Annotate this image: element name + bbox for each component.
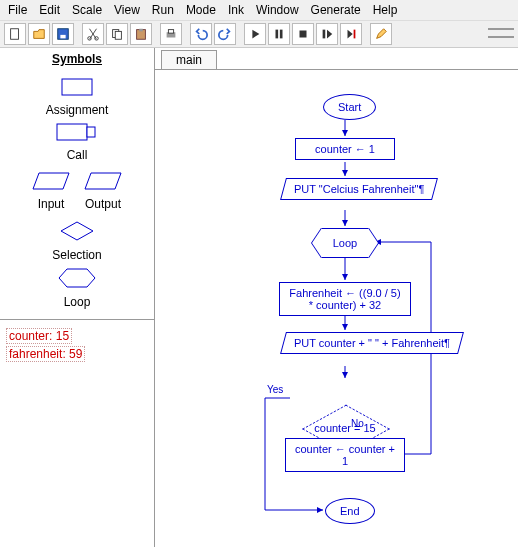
node-init[interactable]: counter ← 1 [295,138,395,160]
svg-marker-20 [85,173,121,189]
cut-icon[interactable] [82,23,104,45]
print-icon[interactable] [160,23,182,45]
menu-edit[interactable]: Edit [39,3,60,17]
svg-rect-2 [60,35,65,39]
flowchart-canvas[interactable]: Start counter ← 1 PUT "Celcius Fahrenhei… [155,70,518,547]
symbol-loop[interactable]: Loop [0,266,154,309]
menu-window[interactable]: Window [256,3,299,17]
pen-icon[interactable] [370,23,392,45]
svg-point-4 [95,37,99,41]
open-icon[interactable] [28,23,50,45]
svg-rect-14 [323,30,326,39]
node-loop[interactable]: Loop [321,228,369,258]
stop-icon[interactable] [292,23,314,45]
svg-marker-22 [59,269,95,287]
tab-bar: main [155,48,518,70]
svg-rect-10 [168,30,173,34]
variable-row: fahrenheit: 59 [6,346,148,362]
menu-view[interactable]: View [114,3,140,17]
step-icon[interactable] [316,23,338,45]
toolbar-grip-icon [488,28,514,38]
svg-rect-18 [87,127,95,137]
menu-ink[interactable]: Ink [228,3,244,17]
copy-icon[interactable] [106,23,128,45]
svg-rect-6 [115,31,121,39]
symbol-call-label: Call [0,148,154,162]
menu-run[interactable]: Run [152,3,174,17]
node-put1[interactable]: PUT "Celcius Fahrenheit"¶ [280,178,438,200]
play-icon[interactable] [244,23,266,45]
variables-panel: counter: 15 fahrenheit: 59 [0,320,154,370]
svg-marker-19 [33,173,69,189]
svg-rect-15 [354,30,356,39]
symbol-call[interactable]: Call [0,121,154,162]
left-panel: Symbols Assignment Call Input Output [0,48,155,547]
undo-icon[interactable] [190,23,212,45]
symbol-assignment[interactable]: Assignment [0,76,154,117]
redo-icon[interactable] [214,23,236,45]
node-calc[interactable]: Fahrenheit ← ((9.0 / 5) * counter) + 32 [279,282,411,316]
menu-generate[interactable]: Generate [311,3,361,17]
tab-main[interactable]: main [161,50,217,69]
label-yes: Yes [267,384,283,395]
new-icon[interactable] [4,23,26,45]
symbol-output[interactable]: Output [81,170,125,211]
menu-file[interactable]: File [8,3,27,17]
svg-rect-13 [300,31,307,38]
step-into-icon[interactable] [340,23,362,45]
symbol-input[interactable]: Input [29,170,73,211]
menu-scale[interactable]: Scale [72,3,102,17]
pause-icon[interactable] [268,23,290,45]
symbols-title: Symbols [52,52,102,66]
svg-rect-11 [276,30,279,39]
symbol-selection[interactable]: Selection [0,219,154,262]
symbol-assignment-label: Assignment [0,103,154,117]
node-increment[interactable]: counter ← counter + 1 [285,438,405,472]
svg-rect-16 [62,79,92,95]
menu-mode[interactable]: Mode [186,3,216,17]
svg-rect-12 [280,30,283,39]
symbols-palette: Symbols Assignment Call Input Output [0,48,154,320]
svg-rect-8 [139,29,143,32]
svg-point-3 [88,37,92,41]
node-end[interactable]: End [325,498,375,524]
node-start[interactable]: Start [323,94,376,120]
svg-rect-17 [57,124,87,140]
symbol-input-label: Input [29,197,73,211]
save-icon[interactable] [52,23,74,45]
menu-help[interactable]: Help [373,3,398,17]
svg-marker-21 [61,222,93,240]
symbol-loop-label: Loop [0,295,154,309]
symbol-selection-label: Selection [0,248,154,262]
paste-icon[interactable] [130,23,152,45]
variable-row: counter: 15 [6,328,148,344]
toolbar [0,20,518,48]
svg-rect-0 [11,29,19,40]
symbol-output-label: Output [81,197,125,211]
node-put2[interactable]: PUT counter + " " + Fahrenheit¶ [280,332,464,354]
editor-area: main Start counter ← 1 [155,48,518,547]
menu-bar: File Edit Scale View Run Mode Ink Window… [0,0,518,20]
